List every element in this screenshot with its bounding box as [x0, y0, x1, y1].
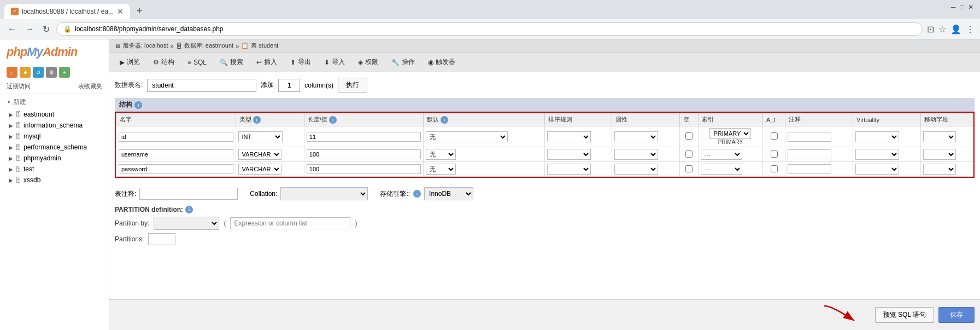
sidebar-item-test[interactable]: ▶ 🗄 test [0, 164, 109, 175]
field-comment-input[interactable] [788, 164, 831, 174]
profile-icon[interactable]: 👤 [950, 24, 961, 34]
storage-info-icon[interactable]: i [413, 190, 421, 198]
browser-tab[interactable]: P localhost:8088 / localhost / ea... ✕ [4, 4, 130, 19]
refresh-button[interactable]: ↻ [40, 23, 52, 36]
bookmark-icon[interactable]: ☆ [938, 24, 946, 34]
tab-import[interactable]: ⬇ 导入 [318, 55, 351, 70]
field-comment-input[interactable] [788, 149, 831, 159]
field-attribute-select[interactable] [614, 149, 658, 160]
field-name-input[interactable] [119, 132, 233, 142]
recent-section[interactable]: 近期访问 表收藏夹 [0, 80, 109, 92]
field-virtuality-select[interactable] [855, 131, 899, 142]
partition-info-icon[interactable]: i [185, 206, 193, 213]
field-type-select[interactable]: INT VARCHAR TEXT [238, 149, 281, 160]
storage-engine-select[interactable]: InnoDB MyISAM MEMORY [424, 187, 473, 200]
collation-select[interactable] [280, 187, 368, 200]
tab-operations[interactable]: 🔧 操作 [385, 55, 421, 70]
sidebar-item-information-schema[interactable]: ▶ 🗄 information_schema [0, 120, 109, 131]
save-button[interactable]: 保存 [938, 307, 975, 323]
table-comment-input[interactable] [139, 188, 238, 200]
field-ai-checkbox[interactable] [771, 132, 778, 140]
field-default-select[interactable]: 无 NULL [426, 149, 456, 160]
browse-icon: ▶ [120, 59, 125, 66]
field-length-input[interactable] [307, 132, 421, 142]
field-null-checkbox[interactable] [685, 132, 693, 140]
field-move-select[interactable] [923, 149, 956, 160]
field-collation-select[interactable] [547, 131, 591, 142]
sidebar-item-xssdb[interactable]: ▶ 🗄 xssdb [0, 175, 109, 186]
field-comment-input[interactable] [788, 132, 831, 142]
field-default-cell: 无 NULL [424, 162, 544, 177]
field-ai-checkbox[interactable] [771, 165, 778, 172]
field-length-input[interactable] [307, 164, 421, 174]
field-name-input[interactable] [119, 164, 233, 174]
field-default-cell: 无 NULL CURRENT_TIMESTAMP [424, 126, 544, 147]
field-collation-cell [544, 162, 612, 177]
partition-by-select[interactable]: HASH RANGE LIST [154, 217, 219, 230]
minimize-button[interactable]: ─ [949, 3, 957, 11]
field-index-select[interactable]: PRIMARY UNIQUE INDEX --- [709, 128, 751, 139]
star-icon[interactable]: ★ [20, 67, 31, 78]
field-index-select[interactable]: PRIMARY UNIQUE INDEX --- [701, 164, 742, 175]
field-length-input[interactable] [307, 149, 421, 159]
sync-icon[interactable]: ↺ [33, 67, 44, 78]
field-type-select[interactable]: INT VARCHAR TEXT DATETIME [238, 131, 283, 142]
new-tab-button[interactable]: + [132, 3, 147, 19]
maximize-button[interactable]: □ [958, 3, 966, 11]
tab-search[interactable]: 🔍 搜索 [214, 55, 249, 70]
field-null-checkbox[interactable] [685, 150, 693, 158]
field-virtuality-select[interactable] [855, 164, 899, 175]
sidebar-item-eastmount[interactable]: ▶ 🗄 eastmount [0, 109, 109, 120]
partition-expression-input[interactable] [230, 217, 350, 229]
sidebar-item-mysql[interactable]: ▶ 🗄 mysql [0, 131, 109, 142]
field-index-select[interactable]: PRIMARY UNIQUE INDEX --- [701, 149, 742, 160]
field-attribute-select[interactable] [614, 131, 658, 142]
field-default-select[interactable]: 无 NULL [426, 164, 456, 175]
storage-engine-label: 存储引擎:: [380, 189, 410, 199]
type-info-icon[interactable]: i [253, 116, 261, 124]
home-icon[interactable]: ⌂ [7, 67, 17, 78]
field-move-select[interactable] [923, 164, 956, 175]
add-columns-input[interactable] [278, 79, 300, 92]
cast-icon[interactable]: ⊡ [927, 24, 934, 34]
field-null-cell [680, 126, 698, 147]
length-info-icon[interactable]: i [329, 116, 337, 124]
tab-structure[interactable]: ⚙ 结构 [147, 55, 180, 70]
back-button[interactable]: ← [5, 23, 19, 35]
address-bar[interactable]: 🔒 localhost:8088/phpmyadmin/server_datab… [56, 22, 923, 36]
tab-browse[interactable]: ▶ 浏览 [114, 55, 146, 70]
sidebar-item-performance-schema[interactable]: ▶ 🗄 performance_schema [0, 142, 109, 153]
sidebar-item-phpmyadmin[interactable]: ▶ 🗄 phpmyadmin [0, 153, 109, 164]
partitions-input[interactable] [148, 233, 175, 245]
forward-button[interactable]: → [23, 23, 36, 35]
field-default-select[interactable]: 无 NULL CURRENT_TIMESTAMP [426, 131, 508, 142]
field-ai-checkbox[interactable] [771, 150, 778, 158]
tab-triggers[interactable]: ◉ 触发器 [422, 55, 461, 70]
field-collation-select[interactable] [547, 164, 591, 175]
field-null-checkbox[interactable] [685, 165, 693, 172]
field-type-select[interactable]: INT VARCHAR TEXT [238, 164, 281, 175]
breadcrumb-table: 📋 [241, 42, 249, 49]
default-info-icon[interactable]: i [441, 116, 448, 124]
tab-privileges[interactable]: ◈ 权限 [352, 55, 384, 70]
field-virtuality-select[interactable] [855, 149, 899, 160]
field-name-input[interactable] [119, 149, 233, 159]
new-database-button[interactable]: 新建 [0, 95, 109, 109]
field-attribute-select[interactable] [614, 164, 658, 175]
field-move-select[interactable] [923, 131, 956, 142]
tab-export[interactable]: ⬆ 导出 [284, 55, 317, 70]
tab-insert[interactable]: ↩ 插入 [250, 55, 283, 70]
settings-icon[interactable]: ⚙ [46, 67, 57, 78]
table-name-input[interactable] [147, 79, 256, 92]
ext-icon[interactable]: + [59, 67, 70, 78]
breadcrumb-database-text: 数据库: eastmount [184, 42, 233, 50]
structure-info-icon[interactable]: i [134, 101, 142, 109]
close-button[interactable]: ✕ [967, 3, 975, 11]
menu-icon[interactable]: ⋮ [966, 24, 975, 34]
field-collation-cell [544, 126, 612, 147]
execute-button[interactable]: 执行 [338, 78, 367, 92]
tab-close-btn[interactable]: ✕ [117, 7, 124, 16]
tab-sql[interactable]: ≡ SQL [181, 56, 213, 69]
preview-sql-button[interactable]: 预览 SQL 语句 [875, 307, 934, 323]
field-collation-select[interactable] [547, 149, 591, 160]
